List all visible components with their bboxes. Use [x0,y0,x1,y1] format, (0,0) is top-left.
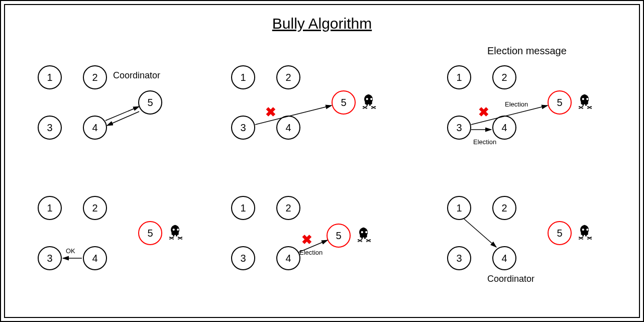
panel-6: 1 2 3 4 5 Coordinator [442,191,628,301]
node-2: 2 [276,196,300,220]
panel-3: Election message 1 2 3 4 5 ✖ Election El… [442,60,628,171]
node-5-label: 5 [147,97,153,109]
node-4: 4 [492,246,516,270]
node-4: 4 [492,116,516,140]
skull-icon [356,226,373,245]
node-3-label: 3 [456,122,462,134]
cross-icon: ✖ [265,104,276,120]
svg-line-7 [464,219,496,247]
node-5-dead: 5 [548,221,572,245]
node-1-label: 1 [240,72,246,83]
node-3-label: 3 [240,122,246,134]
node-3-label: 3 [240,253,246,264]
node-4-label: 4 [92,253,97,264]
node-2: 2 [276,65,300,89]
election-label-2: Election [473,138,496,146]
panel-4: 1 2 3 4 5 OK [33,191,219,301]
election-label-1: Election [505,100,528,108]
node-1-label: 1 [456,72,462,83]
node-2-label: 2 [501,202,507,214]
outer-frame: Bully Algorithm 1 2 3 4 5 Coordinator 1 [0,0,644,322]
skull-icon [167,224,184,243]
node-4-label: 4 [501,253,507,264]
panel-2: 1 2 3 4 5 ✖ [226,60,412,171]
node-4: 4 [83,246,107,270]
node-2-label: 2 [285,72,291,83]
svg-line-0 [105,106,139,121]
node-4: 4 [276,246,300,270]
node-1: 1 [231,196,255,220]
node-3: 3 [447,116,471,140]
node-2-label: 2 [285,202,291,214]
node-1: 1 [447,196,471,220]
node-2: 2 [83,196,107,220]
node-5-dead: 5 [332,90,356,115]
coordinator-label: Coordinator [113,70,160,81]
skull-icon [577,93,594,112]
node-2-label: 2 [92,72,97,83]
node-1-label: 1 [47,72,52,83]
node-1-label: 1 [456,202,462,214]
node-5-dead: 5 [327,224,351,248]
node-1: 1 [38,196,62,220]
election-label: Election [299,249,323,256]
node-5-dead: 5 [138,221,162,245]
node-4-label: 4 [501,122,507,134]
skull-icon [577,224,594,243]
node-3: 3 [447,246,471,270]
node-2-label: 2 [92,202,97,214]
node-4: 4 [276,116,300,140]
node-4-label: 4 [285,253,291,264]
panel-1: 1 2 3 4 5 Coordinator [33,60,219,171]
cross-icon: ✖ [478,104,489,120]
inner-frame: Bully Algorithm 1 2 3 4 5 Coordinator 1 [4,4,640,318]
node-3: 3 [231,246,255,270]
node-1: 1 [231,65,255,89]
node-3-label: 3 [456,253,462,264]
node-1-label: 1 [240,202,246,214]
node-5-label: 5 [336,230,341,242]
node-1-label: 1 [47,202,52,214]
node-4-label: 4 [285,122,291,134]
diagram-title: Bully Algorithm [5,15,639,32]
skull-icon [361,93,378,112]
node-2-label: 2 [501,72,507,83]
cross-icon: ✖ [301,232,312,248]
election-message-header: Election message [487,45,567,57]
panel-5: 1 2 3 4 5 ✖ Election [226,191,412,301]
node-5-label: 5 [557,228,562,239]
node-5-label: 5 [147,228,153,239]
node-3-label: 3 [47,122,52,134]
node-4: 4 [83,116,107,140]
node-5: 5 [138,90,162,115]
node-2: 2 [492,65,516,89]
node-4-label: 4 [92,122,97,134]
node-3: 3 [231,116,255,140]
node-5-label: 5 [557,97,562,109]
node-1: 1 [447,65,471,89]
node-2: 2 [492,196,516,220]
node-3: 3 [38,246,62,270]
node-3: 3 [38,116,62,140]
coordinator-label: Coordinator [487,274,534,284]
node-5-label: 5 [341,97,346,109]
node-5-dead: 5 [548,90,572,115]
node-1: 1 [38,65,62,89]
svg-line-1 [107,112,139,126]
ok-label: OK [66,247,75,255]
node-3-label: 3 [47,253,52,264]
node-2: 2 [83,65,107,89]
